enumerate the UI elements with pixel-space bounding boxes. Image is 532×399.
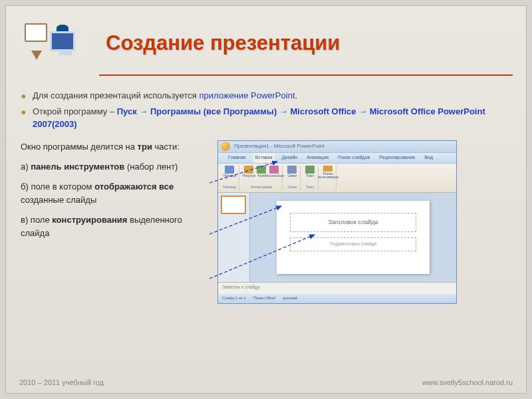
bullet-item: Открой программу – Пуск → Программы (все… — [21, 105, 511, 131]
pp-tab: Дизайн — [280, 153, 300, 163]
pp-status-bar: Слайд 1 из 1 "Тема Office" русский — [218, 294, 456, 303]
pp-thumbnail-pane — [218, 193, 250, 282]
pp-slide-subtitle-placeholder: Подзаголовок слайда — [290, 237, 416, 251]
pp-slide-area: Заголовок слайда Подзаголовок слайда — [277, 201, 430, 274]
pp-ribbon: ТаблицаТаблицыРисунокКлипФотоальбомИллюс… — [218, 164, 456, 193]
pp-ribbon-icon: Рисунок — [243, 166, 254, 179]
slide-footer: 2010 – 2011 учебный год www.svetly5schoo… — [6, 378, 526, 386]
pp-ribbon-icon: Таблица — [224, 166, 235, 179]
easel-icon — [25, 23, 51, 53]
pp-notes-pane: Заметки к слайду — [218, 282, 456, 294]
pp-ribbon-group: Клипы мультимедиа — [320, 166, 336, 190]
pp-status-slide: Слайд 1 из 1 — [222, 295, 246, 301]
office-orb-icon — [221, 142, 230, 151]
slide-content: Для создания презентаций используется пр… — [6, 84, 526, 304]
pp-titlebar: Презентация1 - Microsoft PowerPoint — [218, 141, 456, 153]
body-row: Окно программы делится на три части: а) … — [21, 140, 511, 304]
pp-status-lang: русский — [283, 295, 297, 301]
pp-tab: Рецензирование — [377, 153, 417, 163]
pp-canvas: Заголовок слайда Подзаголовок слайда — [250, 193, 456, 282]
pp-ribbon-icon: Клипы мультимедиа — [323, 166, 333, 179]
pp-ribbon-group: РисунокКлипФотоальбомИллюстрации — [241, 166, 283, 190]
slide: Создание презентации Для создания презен… — [5, 5, 527, 394]
slide-header: Создание презентации — [6, 6, 526, 74]
computer-icon — [50, 31, 80, 59]
pp-tab: Вид — [422, 153, 435, 163]
pp-ribbon-group: ТекстТекст — [302, 166, 319, 190]
pp-tab: Вставка — [253, 153, 275, 163]
pp-status-theme: "Тема Office" — [253, 295, 277, 301]
pp-ribbon-icon: Фотоальбом — [269, 166, 279, 179]
title-divider — [99, 74, 513, 76]
left-text-column: Окно программы делится на три части: а) … — [21, 140, 207, 304]
bullet-highlight: приложение PowerPoint — [199, 90, 295, 100]
part-a: а) панель инструментов (набор лент) — [21, 160, 207, 174]
pp-ribbon-group: СвязиСвязи — [284, 166, 301, 190]
pp-ribbon-tabs: ГлавнаяВставкаДизайнАнимацияПоказ слайдо… — [218, 153, 456, 164]
part-c: в) поле конструирования выделенного слай… — [21, 213, 207, 240]
bullet-item: Для создания презентаций используется пр… — [21, 89, 511, 102]
powerpoint-window: Презентация1 - Microsoft PowerPoint Глав… — [217, 140, 457, 304]
bullet-text: Открой программу – — [33, 106, 117, 116]
footer-left: 2010 – 2011 учебный год — [19, 378, 104, 386]
window-intro: Окно программы делится на три части: — [21, 140, 207, 154]
pp-ribbon-icon: Текст — [305, 166, 315, 179]
pp-tab: Главная — [226, 153, 248, 163]
part-b: б) поле в котором отображаются все созда… — [21, 180, 207, 207]
bullet-list: Для создания презентаций используется пр… — [21, 89, 511, 131]
slide-title: Создание презентации — [106, 31, 340, 55]
pp-slide-title-placeholder: Заголовок слайда — [290, 213, 416, 233]
pp-ribbon-icon: Связи — [287, 166, 297, 179]
pp-ribbon-group: ТаблицаТаблицы — [220, 166, 239, 190]
header-illustration — [19, 18, 86, 68]
pp-tab: Показ слайдов — [336, 153, 372, 163]
pp-tab: Анимация — [305, 153, 331, 163]
footer-right: www.svetly5school.narod.ru — [422, 378, 513, 386]
pp-window-title: Презентация1 - Microsoft PowerPoint — [234, 142, 324, 150]
pp-body: Заголовок слайда Подзаголовок слайда — [218, 193, 456, 282]
pp-thumbnail — [221, 196, 246, 214]
bullet-text: Для создания презентаций используется — [33, 90, 199, 100]
